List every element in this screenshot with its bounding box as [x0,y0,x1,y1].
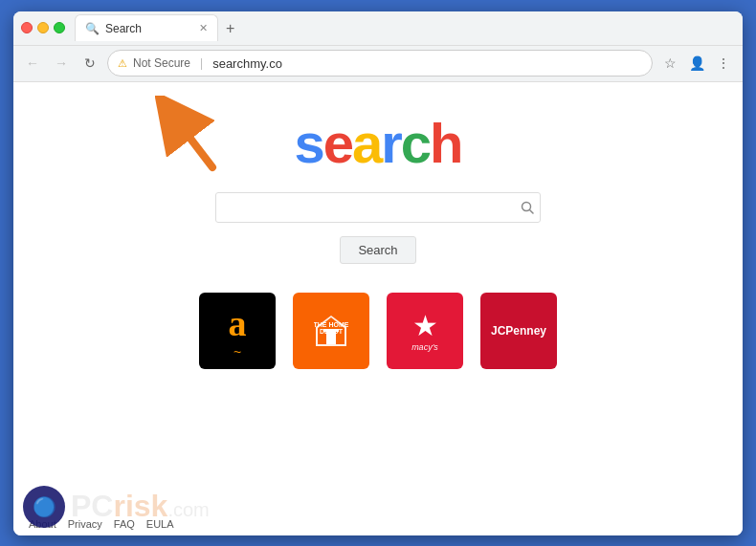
profile-button[interactable]: 👤 [685,52,708,75]
minimize-button[interactable] [37,22,49,33]
page-content: search Search a ~ [13,82,743,535]
search-logo: search [294,111,461,175]
jcpenney-text: JCPenney [491,324,546,338]
store-logos-row: a ~ THE HOME DEPOT ★ macy's [199,293,557,369]
address-input-wrap[interactable]: ⚠ Not Secure | searchmy.co [107,50,653,76]
amazon-logo[interactable]: a ~ [199,293,276,369]
close-button[interactable] [21,22,33,33]
orange-arrow-annotation [155,96,241,186]
forward-button[interactable]: → [50,52,73,75]
pcrisk-bug-icon: 🔵 [33,495,56,518]
back-button[interactable]: ← [21,52,44,75]
maximize-button[interactable] [54,22,65,33]
security-warning-icon: ⚠ [118,57,127,70]
logo-letter-e: e [323,112,352,174]
svg-line-3 [530,209,534,213]
address-bar: ← → ↻ ⚠ Not Secure | searchmy.co ☆ 👤 ⋮ [13,46,743,82]
amazon-smile: ~ [233,344,241,360]
homedepot-icon: THE HOME DEPOT [314,314,348,348]
pcrisk-watermark: 🔵 PCrisk.com [13,478,743,535]
traffic-lights [21,22,65,33]
browser-window: 🔍 Search ✕ + ← → ↻ ⚠ Not Secure | search… [13,11,743,535]
svg-text:THE HOME: THE HOME [314,321,348,328]
search-box [215,192,541,223]
svg-text:DEPOT: DEPOT [320,328,344,335]
pcrisk-com-text: .com [167,499,209,520]
pcrisk-logo-circle: 🔵 [23,486,65,528]
logo-letter-s: s [294,112,322,174]
search-input[interactable] [222,200,521,215]
pcrisk-risk-text: risk [113,489,167,523]
menu-button[interactable]: ⋮ [712,52,735,75]
homedepot-logo[interactable]: THE HOME DEPOT [293,293,369,369]
address-actions: ☆ 👤 ⋮ [658,52,735,75]
address-url: searchmy.co [212,56,282,71]
tab-title: Search [105,22,142,35]
tab-area: 🔍 Search ✕ + [75,14,735,41]
security-label: Not Secure [133,56,190,70]
search-icon-button[interactable] [521,201,534,214]
macys-text: macy's [411,342,438,352]
logo-letter-r: r [381,112,401,174]
refresh-button[interactable]: ↻ [78,52,101,75]
search-button[interactable]: Search [340,236,415,264]
active-tab[interactable]: 🔍 Search ✕ [75,14,218,41]
amazon-letter-a: a [229,302,247,344]
logo-letter-a: a [352,112,381,174]
address-separator: | [200,56,203,70]
logo-letter-h: h [430,112,461,174]
tab-close-button[interactable]: ✕ [199,22,208,34]
jcpenney-logo[interactable]: JCPenney [480,293,557,369]
new-tab-button[interactable]: + [220,16,240,41]
tab-favicon: 🔍 [85,22,100,35]
pcrisk-text: PCrisk.com [71,489,210,524]
svg-line-1 [172,115,212,167]
bookmark-button[interactable]: ☆ [658,52,681,75]
macys-logo[interactable]: ★ macy's [387,293,463,369]
logo-letter-c: c [401,112,430,174]
pcrisk-pc-text: PC [71,489,113,523]
title-bar: 🔍 Search ✕ + [13,11,743,46]
macys-star: ★ [412,309,438,342]
